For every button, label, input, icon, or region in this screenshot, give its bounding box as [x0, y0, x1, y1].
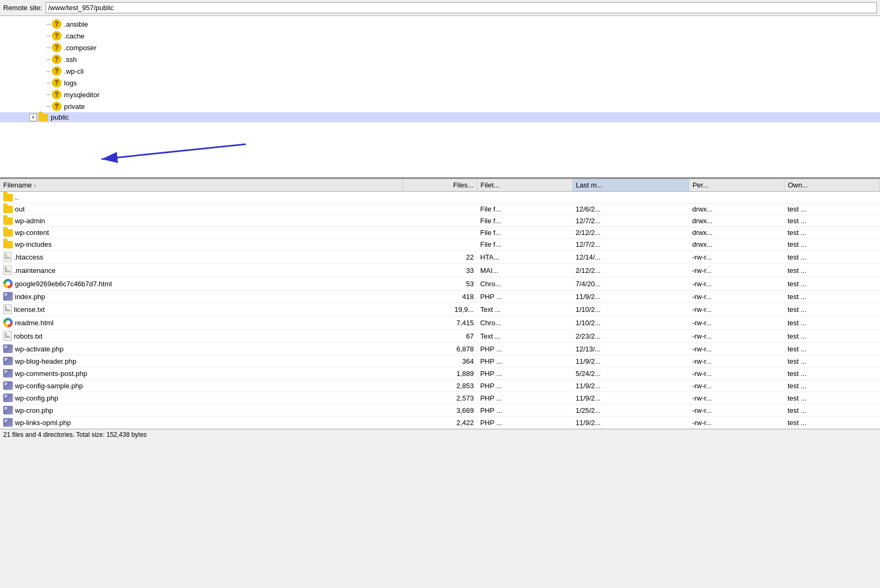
table-row[interactable]: wp-links-opml.php2,422PHP ...11/9/2...-r… [0, 417, 880, 429]
file-filesize-cell: 67 [403, 330, 477, 343]
tree-item-ansible[interactable]: ─?.ansible [0, 18, 880, 30]
file-icon [3, 304, 12, 314]
tree-item-label-public: public [51, 113, 69, 121]
table-row[interactable]: index.php418PHP ...11/9/2...-rw-r...test… [0, 291, 880, 303]
file-lastmod-cell: 12/14/... [572, 250, 689, 264]
tree-line-composer: ─ [46, 44, 51, 51]
col-header-lastmod[interactable]: Last m... [572, 179, 689, 192]
file-name-text: wp-admin [15, 217, 45, 225]
file-filesize-cell [403, 192, 477, 203]
tree-item-label-mysqleditor: mysqleditor [64, 91, 99, 99]
file-perms-cell: -rw-r... [689, 355, 784, 367]
table-row[interactable]: readme.html7,415Chro...1/10/2...-rw-r...… [0, 316, 880, 330]
table-row[interactable]: wp-cron.php3,669PHP ...1/25/2...-rw-r...… [0, 404, 880, 417]
file-owner-cell: test ... [784, 343, 880, 355]
file-name-cell: .htaccess [0, 250, 403, 264]
col-header-perms[interactable]: Per... [689, 179, 784, 192]
file-name-text: license.txt [14, 305, 45, 313]
file-perms-cell: -rw-r... [689, 392, 784, 404]
file-perms-cell: -rw-r... [689, 264, 784, 277]
file-name-cell: .. [0, 192, 403, 203]
col-header-owner[interactable]: Own... [784, 179, 880, 192]
file-name-text: wp-comments-post.php [15, 370, 87, 378]
file-filesize-cell: 7,415 [403, 316, 477, 330]
file-perms-cell: -rw-r... [689, 303, 784, 316]
table-row[interactable]: google9269eb6c7c46b7d7.html53Chro...7/4/… [0, 277, 880, 291]
folder-icon [3, 206, 13, 213]
table-row[interactable]: wp-config-sample.php2,853PHP ...11/9/2..… [0, 380, 880, 392]
tree-item-wp-cli[interactable]: ─?.wp-cli [0, 65, 880, 77]
file-name-cell: robots.txt [0, 330, 403, 343]
file-filetype-cell: PHP ... [477, 417, 573, 429]
file-name-cell: wp-activate.php [0, 343, 403, 355]
table-row[interactable]: .. [0, 192, 880, 203]
col-header-filesize[interactable]: Files... [403, 179, 477, 192]
file-name-cell: google9269eb6c7c46b7d7.html [0, 277, 403, 291]
file-owner-cell: test ... [784, 291, 880, 303]
col-header-filename[interactable]: Filename ↑ [0, 179, 403, 192]
tree-line-cache: ─ [46, 33, 51, 39]
file-name-cell: index.php [0, 291, 403, 303]
table-row[interactable]: outFile f...12/6/2...drwx...test ... [0, 203, 880, 215]
remote-path-input[interactable] [45, 2, 877, 13]
file-perms-cell: -rw-r... [689, 367, 784, 380]
tree-line-ansible: ─ [46, 21, 51, 27]
file-filesize-cell: 3,669 [403, 404, 477, 417]
file-owner-cell: test ... [784, 264, 880, 277]
table-row[interactable]: wp-blog-header.php364PHP ...11/9/2...-rw… [0, 355, 880, 367]
question-icon-private: ? [52, 101, 61, 111]
file-perms-cell: -rw-r... [689, 417, 784, 429]
file-name-text: wp-blog-header.php [15, 357, 76, 365]
expand-btn-public[interactable]: + [29, 114, 37, 121]
tree-item-logs[interactable]: ─?logs [0, 77, 880, 89]
file-filetype-cell: File f... [477, 227, 573, 239]
file-name-cell: license.txt [0, 303, 403, 316]
table-row[interactable]: wp-comments-post.php1,889PHP ...5/24/2..… [0, 367, 880, 380]
file-owner-cell: test ... [784, 203, 880, 215]
file-filetype-cell: File f... [477, 203, 573, 215]
table-row[interactable]: license.txt19,9...Text ...1/10/2...-rw-r… [0, 303, 880, 316]
file-name-cell: wp-blog-header.php [0, 355, 403, 367]
tree-item-private[interactable]: ─?private [0, 100, 880, 112]
tree-item-public[interactable]: +public [0, 112, 880, 122]
tree-line-ssh: ─ [46, 56, 51, 62]
tree-item-cache[interactable]: ─?.cache [0, 30, 880, 42]
file-filetype-cell: Text ... [477, 330, 573, 343]
file-filesize-cell: 2,853 [403, 380, 477, 392]
table-row[interactable]: .maintenance33MAI...2/12/2...-rw-r...tes… [0, 264, 880, 277]
arrow-annotation [32, 134, 256, 167]
tree-item-ssh[interactable]: ─?.ssh [0, 53, 880, 65]
file-perms-cell: -rw-r... [689, 291, 784, 303]
file-filetype-cell: PHP ... [477, 291, 573, 303]
file-filetype-cell: Chro... [477, 316, 573, 330]
file-filesize-cell [403, 239, 477, 250]
file-filesize-cell: 2,573 [403, 392, 477, 404]
table-row[interactable]: robots.txt67Text ...2/23/2...-rw-r...tes… [0, 330, 880, 343]
file-filetype-cell: PHP ... [477, 355, 573, 367]
file-name-cell: out [0, 203, 403, 215]
file-filetype-cell: Chro... [477, 277, 573, 291]
table-row[interactable]: wp-contentFile f...2/12/2...drwx...test … [0, 227, 880, 239]
tree-item-mysqleditor[interactable]: ─?mysqleditor [0, 89, 880, 100]
table-row[interactable]: wp-config.php2,573PHP ...11/9/2...-rw-r.… [0, 392, 880, 404]
file-lastmod-cell: 1/10/2... [572, 316, 689, 330]
file-lastmod-cell: 12/7/2... [572, 239, 689, 250]
file-lastmod-cell: 11/9/2... [572, 380, 689, 392]
php-icon [3, 357, 13, 365]
file-filesize-cell [403, 215, 477, 227]
question-icon-composer: ? [52, 43, 61, 52]
file-perms-cell: drwx... [689, 239, 784, 250]
table-row[interactable]: wp-adminFile f...12/7/2...drwx...test ..… [0, 215, 880, 227]
file-icon [3, 252, 12, 262]
tree-item-composer[interactable]: ─?.composer [0, 42, 880, 53]
file-list-body: ..outFile f...12/6/2...drwx...test ...wp… [0, 192, 880, 429]
col-header-filetype[interactable]: Filet... [477, 179, 573, 192]
table-row[interactable]: wp-includesFile f...12/7/2...drwx...test… [0, 239, 880, 250]
table-row[interactable]: .htaccess22HTA...12/14/...-rw-r...test .… [0, 250, 880, 264]
table-row[interactable]: wp-activate.php6,878PHP ...12/13/...-rw-… [0, 343, 880, 355]
file-table: Filename ↑ Files... Filet... Last m... P… [0, 179, 880, 429]
file-lastmod-cell: 11/9/2... [572, 355, 689, 367]
file-name-cell: wp-config.php [0, 392, 403, 404]
chrome-icon [3, 318, 13, 327]
file-filesize-cell: 22 [403, 250, 477, 264]
